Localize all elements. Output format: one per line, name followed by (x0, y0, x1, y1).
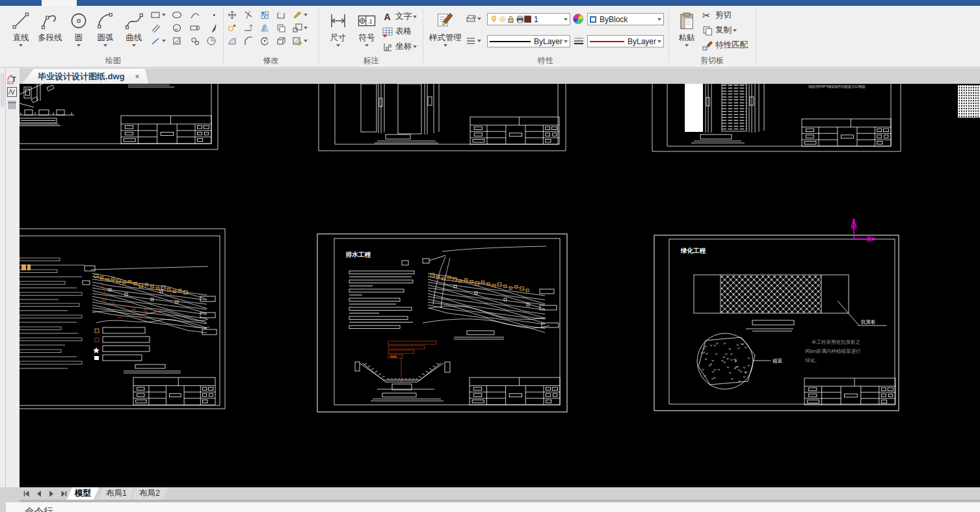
wipeout-button[interactable] (205, 36, 217, 46)
linetype-value: ByLayer (534, 37, 563, 46)
lineweight-value: ByLayer (628, 37, 656, 46)
text-button[interactable]: A文字 (382, 11, 417, 22)
lineweight-icon[interactable] (573, 36, 584, 46)
style-manager-label: 样式管理 (429, 33, 462, 43)
last-tab-icon[interactable] (59, 489, 68, 498)
layer-tools-button[interactable] (465, 14, 476, 24)
lineweight-select[interactable]: ByLayer (587, 35, 664, 47)
drawing-canvas[interactable]: 锚固用R48*4钢花锚管内配筋为12钢筋排水工程绿化工程抗滑桩植草本工程采用在抗… (20, 84, 980, 487)
text-label: 文字 (395, 11, 412, 22)
command-line-label: 命令行 (25, 506, 53, 512)
linetype-select[interactable]: ByLayer (487, 35, 570, 47)
layer-select[interactable]: 1 (487, 13, 570, 25)
color-dropdown-arrow[interactable] (657, 18, 661, 21)
trim-button[interactable] (243, 10, 254, 20)
sheet-bottom-left (20, 229, 225, 409)
paste-button[interactable]: 粘贴 (674, 8, 700, 47)
dimension-label: 尺寸 (330, 33, 347, 43)
move-button[interactable] (226, 10, 237, 20)
lineweight-dropdown-arrow[interactable] (657, 40, 661, 43)
left-tool-image-icon[interactable] (7, 86, 18, 98)
next-tab-icon[interactable] (47, 489, 55, 498)
linetype-tools-button[interactable] (465, 36, 476, 46)
sheet-text: 本工程采用在抗滑桩之 (812, 339, 861, 345)
ribbon: 直线 多段线 圆 圆弧 曲线 绘图 修改 (0, 6, 980, 68)
circle-icon (69, 8, 88, 33)
table-icon (382, 27, 393, 37)
multiline-button[interactable] (150, 23, 161, 33)
sheet-text: 锚固用R48*4钢花锚管内配筋为12钢筋 (808, 84, 866, 89)
coordinate-label: 坐标 (395, 41, 412, 52)
color-select[interactable]: ByBlock (587, 13, 664, 25)
arc-button[interactable]: 圆弧 (92, 8, 118, 47)
polyline-label: 多段线 (38, 33, 62, 43)
line-icon (11, 8, 31, 33)
document-tab-close-icon[interactable]: × (135, 72, 140, 81)
arc-segment-button[interactable] (189, 10, 200, 20)
tab-layout1[interactable]: 布局1 (98, 487, 135, 500)
block-button[interactable] (189, 36, 200, 46)
table-button[interactable]: 表格 (382, 26, 412, 37)
left-tool-library-icon[interactable] (7, 99, 18, 111)
copy-button[interactable]: 复制 (702, 25, 737, 36)
hatch-block (958, 85, 980, 118)
text-icon: A (382, 12, 393, 22)
cut-label: 剪切 (715, 10, 732, 21)
region-button[interactable] (171, 23, 182, 33)
document-tab-bar: 毕业设计设计图纸.dwg× (0, 68, 980, 84)
array-button[interactable] (259, 10, 270, 20)
rotate-button[interactable] (259, 36, 270, 46)
solid-button[interactable] (189, 23, 200, 33)
stretch-button[interactable] (275, 10, 286, 20)
point-button[interactable] (208, 10, 219, 20)
spline-label: 曲线 (126, 33, 142, 43)
scale-button[interactable] (291, 23, 302, 33)
symbol-button[interactable]: .1符号 (354, 8, 379, 47)
sheet-drainage: 排水工程 (317, 234, 567, 412)
spline-button[interactable]: 曲线 (121, 8, 147, 47)
offset-button[interactable] (226, 23, 237, 33)
circle-button[interactable]: 圆 (68, 8, 90, 47)
edit-polyline-button[interactable] (291, 10, 302, 20)
select-button[interactable] (208, 23, 219, 33)
style-manager-button[interactable]: 样式管理 (427, 8, 464, 47)
tab-layout2[interactable]: 布局2 (131, 487, 168, 500)
coordinate-button[interactable]: 坐标 (382, 41, 417, 52)
cut-button[interactable]: ✂剪切 (702, 10, 732, 21)
sheet-text: 间8m距离内种植植草进行 (805, 348, 861, 354)
copy-object-button[interactable] (275, 23, 286, 33)
previous-tab-icon[interactable] (34, 489, 43, 498)
copy-icon (702, 25, 713, 36)
symbol-icon: .1 (357, 8, 377, 33)
spline-icon (124, 8, 144, 33)
linetype-dropdown-arrow[interactable] (564, 40, 568, 43)
polyline-button[interactable]: 多段线 (34, 8, 66, 43)
align-button[interactable] (226, 36, 237, 46)
sheet-text: 排水工程 (345, 251, 371, 258)
layer-dropdown-arrow[interactable] (564, 18, 568, 21)
extend-button[interactable] (243, 23, 254, 33)
tab-model[interactable]: 模型 (67, 487, 99, 500)
match-properties-button[interactable]: 特性匹配 (702, 40, 748, 51)
rectangle-button[interactable] (150, 10, 161, 20)
left-tool-text-icon[interactable]: T (7, 73, 18, 85)
color-wheel-icon[interactable] (573, 14, 583, 24)
circle-label: 圆 (75, 33, 83, 43)
line-button[interactable]: 直线 (9, 8, 33, 47)
paste-icon (677, 8, 696, 33)
ellipse-button[interactable] (171, 10, 182, 20)
sketch-button[interactable] (150, 36, 161, 46)
layout2-tab-label: 布局2 (139, 488, 160, 499)
chamfer-button[interactable] (243, 36, 254, 46)
command-line-panel[interactable]: 命令行 (6, 502, 980, 512)
hatch-button[interactable] (171, 36, 182, 46)
mirror-button[interactable] (259, 23, 270, 33)
left-scrollbar-thumb[interactable] (1, 73, 5, 107)
document-tab[interactable]: 毕业设计设计图纸.dwg× (22, 69, 149, 84)
properties-group-label: 特性 (425, 55, 667, 66)
orbit-button[interactable] (275, 36, 286, 46)
ribbon-group-draw: 直线 多段线 圆 圆弧 曲线 绘图 (5, 6, 221, 67)
hatch-edit-button[interactable] (291, 36, 302, 46)
dimension-button[interactable]: 尺寸 (326, 8, 351, 47)
first-tab-icon[interactable] (22, 489, 31, 498)
